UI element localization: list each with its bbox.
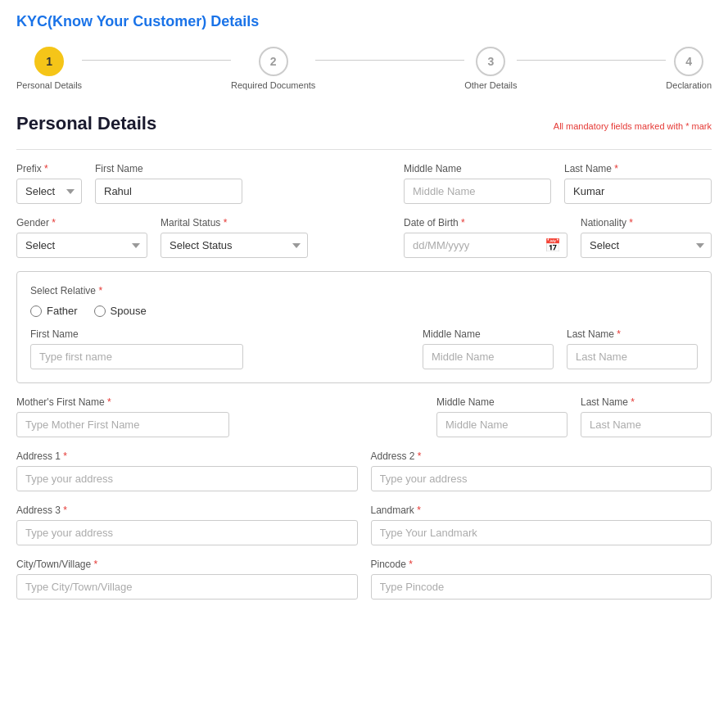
landmark-input[interactable] [371,520,712,545]
rel-lastname-group: Last Name * [567,328,698,369]
dob-input[interactable] [404,233,567,258]
step-3-circle: 3 [476,47,505,76]
address3-group: Address 3 * [16,505,358,545]
page-title: KYC(Know Your Customer) Details [16,13,712,30]
step-1: 1 Personal Details [16,47,82,90]
spouse-radio-item[interactable]: Spouse [94,305,147,317]
mother-row: Mother's First Name * Middle Name Last N… [16,396,712,437]
mother-lastname-group: Last Name * [581,396,712,437]
section-header: Personal Details All mandatory fields ma… [16,113,712,134]
gender-select[interactable]: Select Male Female Other [16,233,147,258]
rel-lastname-input[interactable] [567,344,698,369]
address1-group: Address 1 * [16,450,358,491]
mother-middlename-group: Middle Name [436,396,567,437]
step-4-circle: 4 [674,47,703,76]
firstname-label: First Name [95,163,242,174]
section-divider [16,149,712,150]
pincode-input[interactable] [371,574,712,600]
prefix-label: Prefix * [16,163,82,174]
mother-firstname-input[interactable] [16,412,229,437]
select-relative-label: Select Relative * [30,285,698,296]
dob-group: Date of Birth * 📅 [404,217,567,258]
nationality-label: Nationality * [581,217,712,229]
lastname-group: Last Name * [564,163,712,204]
landmark-label: Landmark * [371,505,712,516]
gender-group: Gender * Select Male Female Other [16,217,147,258]
rel-middlename-label: Middle Name [423,328,554,340]
spouse-radio[interactable] [94,305,106,317]
step-1-label: Personal Details [16,80,82,90]
father-label: Father [47,305,78,317]
middlename-label: Middle Name [404,163,551,174]
address2-label: Address 2 * [371,450,712,462]
personal-row: Gender * Select Male Female Other Marita… [16,217,712,258]
gender-label: Gender * [16,217,147,229]
dob-wrapper: 📅 [404,233,567,258]
prefix-select[interactable]: Select Mr Mrs Ms Dr [16,179,82,204]
city-row: City/Town/Village * Pincode * [16,559,712,600]
firstname-group: First Name [95,163,242,204]
step-line-1 [82,60,231,61]
step-4-label: Declaration [666,80,712,90]
dob-label: Date of Birth * [404,217,567,229]
step-4: 4 Declaration [666,47,712,90]
firstname-input[interactable] [95,179,242,204]
address2-group: Address 2 * [371,450,712,491]
spouse-label: Spouse [111,305,147,317]
step-2: 2 Required Documents [231,47,315,90]
address3-input[interactable] [16,520,358,545]
mother-lastname-input[interactable] [581,412,712,437]
mother-firstname-group: Mother's First Name * [16,396,229,437]
marital-label: Marital Status * [161,217,308,229]
pincode-group: Pincode * [371,559,712,600]
lastname-label: Last Name * [564,163,712,174]
mother-firstname-label: Mother's First Name * [16,396,229,408]
nationality-group: Nationality * Select Indian Other [581,217,712,258]
stepper: 1 Personal Details 2 Required Documents … [16,47,712,90]
marital-select[interactable]: Select Status Single Married Divorced [161,233,308,258]
address2-input[interactable] [371,466,712,491]
address-row-2: Address 3 * Landmark * [16,505,712,545]
father-radio-item[interactable]: Father [30,305,78,317]
rel-middlename-group: Middle Name [423,328,554,369]
lastname-input[interactable] [564,179,712,204]
rel-firstname-group: First Name [30,328,243,369]
rel-middlename-input[interactable] [423,344,554,369]
address1-label: Address 1 * [16,450,358,462]
pincode-label: Pincode * [371,559,712,570]
mandatory-note: All mandatory fields marked with * mark [554,121,712,131]
rel-firstname-label: First Name [30,328,243,340]
mother-middlename-input[interactable] [436,412,567,437]
step-2-circle: 2 [259,47,288,76]
step-line-2 [315,60,464,61]
address1-input[interactable] [16,466,358,491]
nationality-select[interactable]: Select Indian Other [581,233,712,258]
section-title: Personal Details [16,113,156,134]
city-group: City/Town/Village * [16,559,358,600]
relative-section: Select Relative * Father Spouse First Na… [16,271,712,383]
address3-label: Address 3 * [16,505,358,516]
middlename-group: Middle Name [404,163,551,204]
middlename-input[interactable] [404,179,551,204]
step-3: 3 Other Details [464,47,517,90]
landmark-group: Landmark * [371,505,712,545]
step-3-label: Other Details [464,80,517,90]
address-row-1: Address 1 * Address 2 * [16,450,712,491]
prefix-group: Prefix * Select Mr Mrs Ms Dr [16,163,82,204]
step-2-label: Required Documents [231,80,315,90]
step-1-circle: 1 [34,47,64,76]
marital-group: Marital Status * Select Status Single Ma… [161,217,308,258]
name-row: Prefix * Select Mr Mrs Ms Dr First Name … [16,163,712,204]
rel-firstname-input[interactable] [30,344,243,369]
mother-lastname-label: Last Name * [581,396,712,408]
city-input[interactable] [16,574,358,600]
relative-name-row: First Name Middle Name Last Name * [30,328,698,369]
father-radio[interactable] [30,305,42,317]
rel-lastname-label: Last Name * [567,328,698,340]
city-label: City/Town/Village * [16,559,358,570]
step-line-3 [517,60,666,61]
mother-middlename-label: Middle Name [436,396,567,408]
radio-group: Father Spouse [30,305,698,317]
